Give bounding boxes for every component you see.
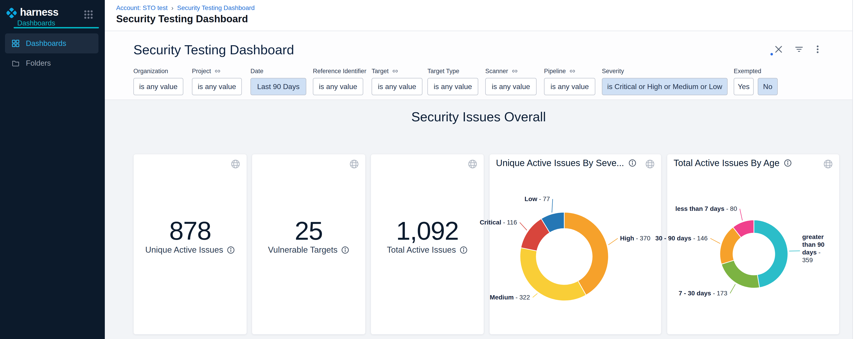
- filter-label: Project: [192, 67, 242, 75]
- slice-label-less-than-7-days: less than 7 days - 80: [675, 205, 737, 213]
- page-title: Security Testing Dashboard: [116, 13, 248, 25]
- dashboards-grid-icon: [11, 39, 20, 48]
- info-icon[interactable]: [227, 246, 235, 254]
- filter-value-button[interactable]: is any value: [372, 78, 423, 95]
- slice-label-medium: Medium - 322: [490, 293, 530, 301]
- breadcrumb: Account: STO test › Security Testing Das…: [116, 4, 255, 12]
- stat-card-unique-active-issues: 878 Unique Active Issues: [133, 154, 247, 335]
- slice-label-greater-than-90-days: greater than 90 days - 359: [802, 233, 825, 264]
- filter-value-button[interactable]: is any value: [485, 78, 536, 95]
- stat-value: 1,092: [371, 214, 484, 248]
- folder-icon: [11, 59, 20, 67]
- label-leader-line: [608, 238, 618, 245]
- label-leader-line: [740, 209, 742, 220]
- filter-scanner: Scanneris any value: [485, 67, 536, 95]
- filter-severity: Severityis Critical or High or Medium or…: [602, 67, 727, 95]
- filter-label: Reference Identifier: [313, 67, 366, 75]
- label-leader-line: [520, 222, 527, 230]
- stat-label: Unique Active Issues: [145, 245, 223, 255]
- filter-value-button[interactable]: is any value: [544, 78, 595, 95]
- scroll-gutter[interactable]: [852, 0, 868, 339]
- donut-slice-medium[interactable]: [520, 248, 586, 301]
- filter-value-button[interactable]: is Critical or High or Medium or Low: [602, 78, 727, 95]
- brand-name[interactable]: harness: [20, 6, 58, 18]
- sidebar-divider: [13, 27, 99, 28]
- slice-label-7-30-days: 7 - 30 days - 173: [679, 289, 727, 297]
- close-icon[interactable]: [774, 44, 784, 54]
- filter-organization: Organizationis any value: [133, 67, 183, 95]
- filter-target: Targetis any value: [372, 67, 423, 95]
- stat-label: Vulnerable Targets: [268, 245, 337, 255]
- filter-label: Target: [372, 67, 423, 75]
- slice-label-high: High - 370: [620, 234, 650, 242]
- stat-label: Total Active Issues: [387, 245, 456, 255]
- chart-card-issues-by-severity: Unique Active Issues By Seve... High - 3…: [489, 154, 661, 335]
- label-leader-line: [552, 199, 553, 213]
- breadcrumb-account-link[interactable]: Account: STO test: [116, 4, 168, 11]
- filter-value-button[interactable]: is any value: [133, 78, 183, 95]
- sidebar-item-folders[interactable]: Folders: [5, 55, 98, 71]
- filter-value-button[interactable]: is any value: [427, 78, 478, 95]
- info-icon[interactable]: [341, 246, 349, 254]
- cursor-dot: [770, 53, 773, 55]
- filter-label: Target Type: [427, 67, 478, 75]
- globe-icon[interactable]: [349, 159, 359, 169]
- donut-slice-greater-than-90-days[interactable]: [754, 220, 788, 288]
- slice-label-30-90-days: 30 - 90 days - 146: [655, 234, 708, 242]
- link-icon: [569, 68, 576, 75]
- dashboard-title: Security Testing Dashboard: [133, 42, 294, 57]
- stat-value: 878: [134, 214, 247, 248]
- filter-label: Scanner: [485, 67, 536, 75]
- breadcrumb-chevron-icon: ›: [171, 4, 174, 12]
- filter-label: Organization: [133, 67, 183, 75]
- globe-icon[interactable]: [230, 159, 241, 169]
- stat-card-total-active-issues: 1,092 Total Active Issues: [371, 154, 484, 335]
- donut-chart: [490, 154, 661, 335]
- filter-value-button[interactable]: is any value: [313, 78, 363, 95]
- stat-card-vulnerable-targets: 25 Vulnerable Targets: [252, 154, 366, 335]
- filter-date: DateLast 90 Days: [250, 67, 306, 95]
- donut-slice-7-30-days[interactable]: [721, 260, 760, 288]
- filter-value-button[interactable]: Last 90 Days: [250, 78, 306, 95]
- breadcrumb-dashboard-link[interactable]: Security Testing Dashboard: [177, 4, 255, 11]
- filter-exempted: ExemptedYesNo: [734, 67, 778, 95]
- slice-label-critical: Critical - 116: [480, 219, 517, 226]
- filter-pipeline: Pipelineis any value: [544, 67, 595, 95]
- sidebar-item-dashboards[interactable]: Dashboards: [5, 33, 98, 53]
- module-name: Dashboards: [17, 19, 55, 27]
- section-heading: Security Issues Overall: [105, 109, 852, 124]
- sidebar-item-label: Folders: [26, 59, 51, 67]
- filter-reference-identifier: Reference Identifieris any value: [313, 67, 366, 95]
- slice-label-low: Low - 77: [525, 195, 550, 203]
- donut-slice-high[interactable]: [564, 212, 609, 295]
- filter-label: Pipeline: [544, 67, 595, 75]
- label-leader-line: [533, 293, 537, 298]
- filter-icon[interactable]: [794, 44, 804, 54]
- chart-card-issues-by-age: Total Active Issues By Age greater than …: [667, 154, 839, 335]
- dashboard-body: Security Issues Overall 878 Unique Activ…: [105, 100, 852, 339]
- info-icon[interactable]: [459, 246, 468, 254]
- stat-value: 25: [252, 214, 365, 248]
- filter-label: Exempted: [734, 67, 778, 75]
- label-leader-line: [710, 238, 720, 244]
- filter-value-button[interactable]: is any value: [192, 78, 242, 95]
- kebab-menu-icon[interactable]: [813, 44, 823, 54]
- top-header: Account: STO test › Security Testing Das…: [105, 0, 852, 31]
- filter-label: Date: [250, 67, 306, 75]
- link-icon: [392, 68, 399, 75]
- apps-grid-icon[interactable]: [83, 9, 94, 20]
- link-icon: [214, 68, 221, 75]
- dashboard-filter-panel: Security Testing Dashboard Organizationi…: [105, 31, 852, 100]
- harness-logo-icon[interactable]: [5, 6, 18, 20]
- sidebar-item-label: Dashboards: [26, 39, 66, 48]
- sidebar: harness Dashboards Dashboards Folders: [0, 0, 105, 339]
- label-leader-line: [730, 284, 735, 293]
- link-icon: [512, 68, 518, 75]
- globe-icon[interactable]: [467, 159, 478, 169]
- filter-label: Severity: [602, 67, 727, 75]
- filter-option-no[interactable]: No: [758, 78, 778, 95]
- filter-project: Projectis any value: [192, 67, 242, 95]
- filter-target-type: Target Typeis any value: [427, 67, 478, 95]
- filter-option-yes[interactable]: Yes: [734, 78, 754, 95]
